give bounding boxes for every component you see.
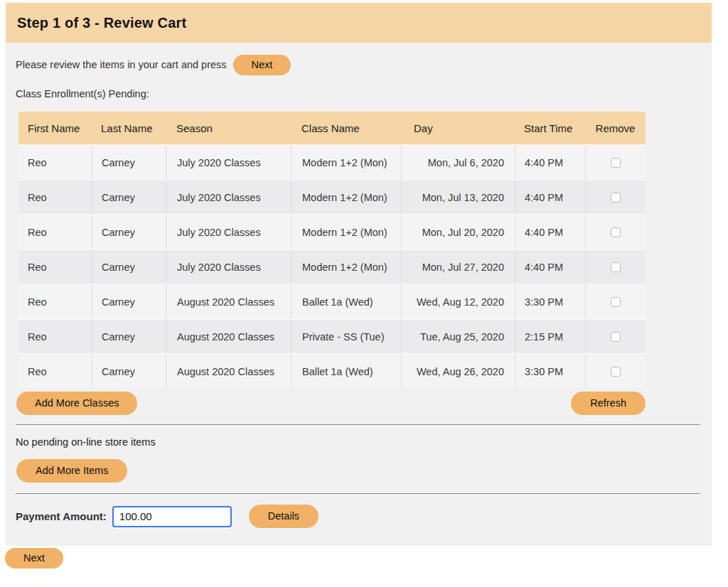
cell-class-name: Modern 1+2 (Mon) [291, 146, 401, 179]
cell-season: August 2020 Classes [166, 285, 291, 318]
column-header-first-name: First Name [18, 112, 92, 144]
cell-first-name: Reo [18, 215, 92, 249]
column-header-season: Season [166, 112, 291, 144]
remove-checkbox[interactable] [611, 367, 621, 377]
cell-last-name: Carney [92, 215, 166, 249]
remove-checkbox[interactable] [611, 227, 621, 237]
cell-remove [585, 355, 646, 388]
cell-remove [585, 215, 646, 249]
remove-checkbox[interactable] [611, 193, 621, 203]
cell-class-name: Ballet 1a (Wed) [291, 285, 401, 318]
intro-next-button[interactable]: Next [233, 55, 291, 75]
table-header-row: First Name Last Name Season Class Name D… [18, 112, 646, 144]
divider [16, 424, 700, 425]
payment-amount-input[interactable] [112, 506, 232, 527]
cell-last-name: Carney [92, 355, 166, 388]
table-row: Reo Carney July 2020 Classes Modern 1+2 … [18, 179, 646, 214]
page-header: Step 1 of 3 - Review Cart [6, 3, 712, 43]
intro-text: Please review the items in your cart and… [16, 59, 227, 70]
table-row: Reo Carney July 2020 Classes Modern 1+2 … [18, 249, 646, 284]
cell-start-time: 2:15 PM [515, 320, 585, 353]
cell-season: July 2020 Classes [166, 250, 291, 284]
cell-start-time: 3:30 PM [515, 285, 585, 318]
cell-last-name: Carney [92, 320, 166, 353]
cell-start-time: 4:40 PM [515, 250, 585, 284]
cell-class-name: Modern 1+2 (Mon) [291, 215, 401, 249]
remove-checkbox[interactable] [611, 332, 621, 342]
cell-season: July 2020 Classes [166, 181, 291, 214]
refresh-button[interactable]: Refresh [571, 392, 646, 415]
cell-start-time: 3:30 PM [515, 355, 585, 388]
remove-checkbox[interactable] [611, 158, 621, 168]
cell-remove [585, 146, 646, 179]
content-panel: Please review the items in your cart and… [6, 43, 712, 546]
cell-remove [585, 285, 646, 318]
column-header-start-time: Start Time [515, 112, 585, 144]
cell-start-time: 4:40 PM [515, 181, 585, 214]
footer-next-button[interactable]: Next [5, 548, 63, 569]
cell-first-name: Reo [18, 250, 92, 284]
store-empty-text: No pending on-line store items [16, 436, 712, 448]
column-header-day: Day [401, 112, 515, 144]
table-row: Reo Carney August 2020 Classes Private -… [18, 318, 646, 353]
column-header-last-name: Last Name [92, 112, 166, 144]
cell-class-name: Ballet 1a (Wed) [291, 355, 401, 388]
cell-class-name: Private - SS (Tue) [291, 320, 401, 353]
cell-season: July 2020 Classes [166, 146, 291, 179]
cell-day: Mon, Jul 13, 2020 [401, 181, 515, 214]
payment-details-button[interactable]: Details [249, 505, 318, 528]
cell-last-name: Carney [92, 285, 166, 318]
cell-last-name: Carney [92, 181, 166, 214]
cell-first-name: Reo [18, 355, 92, 388]
cell-last-name: Carney [92, 146, 166, 179]
table-row: Reo Carney August 2020 Classes Ballet 1a… [18, 284, 646, 318]
cell-remove [585, 181, 646, 214]
intro-row: Please review the items in your cart and… [16, 54, 712, 75]
cell-day: Tue, Aug 25, 2020 [401, 320, 515, 353]
cell-start-time: 4:40 PM [515, 146, 585, 179]
table-row: Reo Carney July 2020 Classes Modern 1+2 … [18, 144, 646, 179]
cell-season: July 2020 Classes [166, 215, 291, 249]
cell-season: August 2020 Classes [166, 320, 291, 353]
cell-day: Mon, Jul 27, 2020 [401, 250, 515, 284]
enrollments-pending-label: Class Enrollment(s) Pending: [16, 88, 712, 99]
cell-season: August 2020 Classes [166, 355, 291, 388]
remove-checkbox[interactable] [611, 297, 621, 307]
cell-first-name: Reo [18, 285, 92, 318]
payment-row: Payment Amount: Details [16, 505, 712, 527]
table-row: Reo Carney August 2020 Classes Ballet 1a… [18, 353, 646, 388]
cell-start-time: 4:40 PM [515, 215, 585, 249]
table-body: Reo Carney July 2020 Classes Modern 1+2 … [18, 144, 646, 388]
page-title: Step 1 of 3 - Review Cart [6, 3, 712, 43]
remove-checkbox[interactable] [611, 262, 621, 272]
divider [16, 493, 700, 494]
cell-day: Mon, Jul 20, 2020 [401, 215, 515, 249]
cell-remove [585, 320, 646, 353]
cell-day: Wed, Aug 26, 2020 [401, 355, 515, 388]
cell-day: Mon, Jul 6, 2020 [401, 146, 515, 179]
cell-remove [585, 250, 646, 284]
cell-first-name: Reo [18, 320, 92, 353]
add-more-items-button[interactable]: Add More Items [16, 459, 127, 483]
page: Step 1 of 3 - Review Cart Please review … [0, 0, 728, 587]
table-row: Reo Carney July 2020 Classes Modern 1+2 … [18, 214, 646, 249]
column-header-class-name: Class Name [291, 112, 401, 144]
table-actions-row: Add More Classes Refresh [16, 392, 646, 415]
cell-first-name: Reo [18, 181, 92, 214]
column-header-remove: Remove [585, 112, 646, 144]
enrollments-table: First Name Last Name Season Class Name D… [18, 112, 646, 388]
payment-amount-label: Payment Amount: [16, 510, 107, 522]
cell-class-name: Modern 1+2 (Mon) [291, 181, 401, 214]
cell-class-name: Modern 1+2 (Mon) [291, 250, 401, 284]
cell-day: Wed, Aug 12, 2020 [401, 285, 515, 318]
cell-first-name: Reo [18, 146, 92, 179]
cell-last-name: Carney [92, 250, 166, 284]
add-more-classes-button[interactable]: Add More Classes [16, 392, 137, 415]
